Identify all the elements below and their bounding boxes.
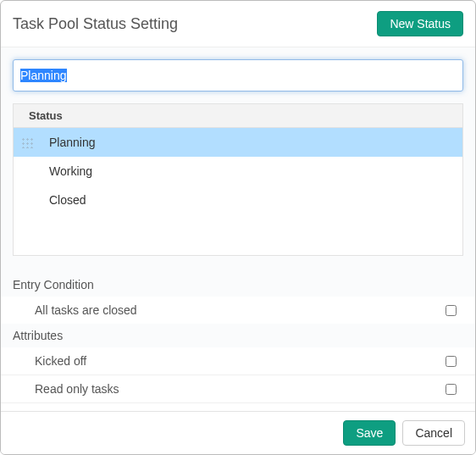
dialog-header: Task Pool Status Setting New Status <box>1 1 475 47</box>
entry-condition-heading: Entry Condition <box>1 273 475 297</box>
attribute-option: Read only tasks <box>1 375 475 402</box>
entry-condition-option-label: All tasks are closed <box>35 303 137 317</box>
status-row-label: Working <box>44 164 456 178</box>
status-row-label: Planning <box>44 136 456 149</box>
new-status-button[interactable]: New Status <box>377 11 463 36</box>
attribute-option-label: Read only tasks <box>35 382 119 396</box>
status-row-label: Closed <box>44 193 456 207</box>
dialog-footer: Save Cancel <box>1 411 475 454</box>
attribute-option-checkbox[interactable] <box>446 356 457 367</box>
status-column-header: Status <box>14 104 462 128</box>
status-row[interactable]: Planning <box>14 128 462 157</box>
entry-condition-option: All tasks are closed <box>1 297 475 324</box>
status-table: Status PlanningWorkingClosed <box>13 103 463 256</box>
attribute-option: Kicked off <box>1 347 475 375</box>
status-table-empty-space <box>14 214 462 255</box>
attributes-heading: Attributes <box>1 324 475 347</box>
name-input-section <box>1 47 475 103</box>
status-name-input[interactable] <box>13 59 463 92</box>
entry-condition-option-checkbox[interactable] <box>446 305 457 316</box>
attribute-option: Read only task list <box>1 402 475 411</box>
save-button[interactable]: Save <box>343 420 396 446</box>
dialog-body: Status PlanningWorkingClosed Entry Condi… <box>1 47 475 411</box>
attribute-option-label: Kicked off <box>35 354 86 368</box>
status-row[interactable]: Closed <box>14 186 462 214</box>
cancel-button[interactable]: Cancel <box>402 420 465 446</box>
drag-handle-icon[interactable] <box>20 136 34 148</box>
status-row[interactable]: Working <box>14 157 462 186</box>
attribute-option-checkbox[interactable] <box>446 384 457 395</box>
dialog: Task Pool Status Setting New Status Stat… <box>0 0 476 455</box>
dialog-title: Task Pool Status Setting <box>13 15 178 33</box>
